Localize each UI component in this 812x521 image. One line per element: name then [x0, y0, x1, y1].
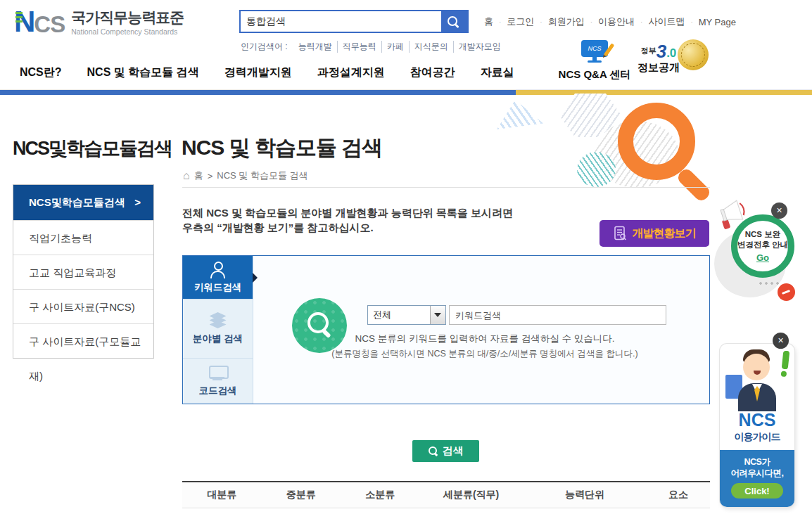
nav-participation[interactable]: 참여공간: [410, 65, 455, 80]
breadcrumb-home[interactable]: 홈: [194, 169, 203, 182]
guide-card[interactable]: NCS 이용가이드 NCS가 어려우시다면, Click!: [720, 344, 794, 507]
notice-go-link[interactable]: Go: [756, 252, 769, 263]
deco-teal-circle: [577, 152, 616, 187]
nav-underline-bar: [0, 90, 812, 95]
megaphone-icon: [714, 199, 751, 231]
logo-n-mark: N: [14, 7, 34, 37]
monitor-icon: [209, 366, 227, 380]
dotted-trail: [758, 281, 779, 286]
search-icon: [448, 16, 460, 29]
guide-footer: NCS가 어려우시다면, Click!: [720, 450, 794, 507]
logo-cs-mark: CS: [34, 13, 65, 36]
qna-label: NCS Q&A 센터: [556, 68, 633, 82]
category-select[interactable]: 전체: [367, 305, 446, 325]
link-login[interactable]: 로그인: [507, 15, 534, 28]
home-icon: ⌂: [183, 170, 190, 181]
guide-title: 이용가이드: [720, 431, 794, 444]
notice-mini-badge[interactable]: [778, 283, 795, 301]
tab-keyword-search[interactable]: 키워드검색: [183, 256, 253, 300]
link-mypage[interactable]: MY Page: [699, 17, 736, 27]
chevron-right-icon: >: [134, 185, 141, 220]
nav-qna-center[interactable]: NCS NCS Q&A 센터: [556, 40, 633, 82]
sidebar-title: NCS및학습모듈검색: [13, 136, 172, 161]
nav-archive[interactable]: 자료실: [481, 65, 514, 80]
result-table: 대분류 중분류 소분류 세분류(직무) 능력단위 요소: [182, 481, 710, 508]
sidebar-item-old-ncs[interactable]: 구 사이트자료(구NCS): [13, 289, 153, 323]
link-sitemap[interactable]: 사이트맵: [648, 15, 685, 28]
sidebar-item-basic-competency[interactable]: 직업기초능력: [13, 220, 153, 255]
col-detail-category: 세분류(직무): [420, 489, 523, 501]
guide-ncs-label: NCS: [720, 411, 794, 429]
deco-magnifier-handle: [675, 167, 712, 203]
sidebar-menu: NCS및학습모듈검색> 직업기초능력 고교 직업교육과정 구 사이트자료(구NC…: [13, 184, 154, 359]
info-label: 정보공개: [630, 61, 687, 75]
global-search: [239, 10, 469, 33]
sidebar-item-vocational-education[interactable]: 고교 직업교육과정: [13, 255, 153, 289]
search-help-text: NCS 분류의 키워드를 입력하여 자료를 검색하실 수 있습니다. (분류명칭…: [267, 333, 703, 360]
sidebar-item-ncs-module-search[interactable]: NCS및학습모듈검색>: [13, 185, 153, 220]
dot-separator: ·: [499, 18, 501, 26]
notice-close-button[interactable]: ×: [771, 202, 787, 219]
qna-monitor-icon: NCS: [578, 40, 611, 67]
popular-term[interactable]: 카페: [382, 41, 410, 53]
col-competency-unit: 능력단위: [523, 489, 647, 501]
keyword-input[interactable]: [449, 305, 666, 325]
global-search-input[interactable]: [241, 11, 441, 32]
nav-ncs-module-search[interactable]: NCS 및 학습모듈 검색: [87, 65, 199, 80]
sidebar-item-old-module[interactable]: 구 사이트자료(구모듈교재): [13, 323, 153, 358]
tab-code-search[interactable]: 코드검색: [183, 359, 253, 404]
award-badge-icon: [678, 39, 709, 70]
breadcrumb: ⌂ 홈 > NCS 및 학습모듈 검색: [183, 169, 308, 182]
guide-popup: × NCS 이용가이드 NCS가 어려우시다면, Click!: [718, 333, 797, 510]
page-title: NCS 및 학습모듈 검색: [182, 134, 382, 162]
popular-keywords: 인기검색어 : 능력개발 직무능력 카페 지식문의 개발자모임: [241, 41, 506, 53]
chevron-down-icon: [430, 306, 445, 324]
logo-korean-name: 국가직무능력표준: [71, 8, 184, 27]
exclamation-icon: [782, 351, 790, 370]
nav-about-ncs[interactable]: NCS란?: [20, 65, 62, 80]
deco-magnifier-icon: [618, 103, 695, 180]
divider: [182, 187, 710, 188]
global-search-button[interactable]: [441, 11, 467, 32]
person-icon: [210, 262, 227, 277]
page: N CS 국가직무능력표준 National Competency Standa…: [0, 0, 812, 521]
tab-field-search[interactable]: 분야별 검색: [183, 300, 253, 359]
search-button[interactable]: 검색: [412, 440, 479, 462]
popular-term[interactable]: 능력개발: [293, 41, 338, 53]
document-search-icon: [614, 226, 627, 241]
search-panel: 키워드검색 분야별 검색 코드검색: [182, 255, 710, 404]
popular-label: 인기검색어 :: [241, 41, 288, 53]
link-signup[interactable]: 회원가입: [548, 15, 585, 28]
dot-separator: ·: [590, 18, 592, 26]
breadcrumb-separator: >: [208, 171, 213, 181]
dot-separator: ·: [640, 18, 642, 26]
nav-career-support[interactable]: 경력개발지원: [224, 65, 292, 80]
utility-links: 홈· 로그인· 회원가입· 이용안내· 사이트맵· MY Page: [484, 15, 736, 28]
layers-icon: [210, 312, 227, 328]
nav-course-design[interactable]: 과정설계지원: [317, 65, 385, 80]
popular-term[interactable]: 직무능력: [338, 41, 382, 53]
main-nav: NCS란? NCS 및 학습모듈 검색 경력개발지원 과정설계지원 참여공간 자…: [20, 65, 514, 80]
dev-status-button[interactable]: 개발현황보기: [600, 220, 709, 247]
link-guide[interactable]: 이용안내: [598, 15, 635, 28]
table-header-row: 대분류 중분류 소분류 세분류(직무) 능력단위 요소: [182, 482, 710, 508]
link-home[interactable]: 홈: [484, 15, 493, 28]
logo-english-name: National Competency Standards: [71, 27, 184, 36]
dot-separator: ·: [540, 18, 542, 26]
page-description: 전체 NCS 및 학습모듈의 분야별 개발현황과 능력단위 목록을 보시려면 우…: [182, 205, 513, 235]
search-tabs: 키워드검색 분야별 검색 코드검색: [183, 256, 253, 404]
notice-popup: × NCS 보완 변경전후 안내 Go: [714, 199, 812, 304]
col-element: 요소: [647, 489, 710, 501]
guide-click-button[interactable]: Click!: [731, 483, 783, 499]
col-middle-category: 중분류: [262, 489, 341, 501]
popular-term[interactable]: 지식문의: [410, 41, 454, 53]
col-major-category: 대분류: [182, 489, 262, 501]
site-logo[interactable]: N CS 국가직무능력표준 National Competency Standa…: [14, 7, 184, 37]
guide-character: [720, 344, 794, 411]
popular-term[interactable]: 개발자모임: [454, 41, 506, 53]
dot-separator: ·: [690, 18, 692, 26]
breadcrumb-current: NCS 및 학습모듈 검색: [217, 169, 307, 182]
guide-close-button[interactable]: ×: [773, 333, 789, 349]
search-icon: [429, 446, 438, 456]
col-minor-category: 소분류: [341, 489, 420, 501]
